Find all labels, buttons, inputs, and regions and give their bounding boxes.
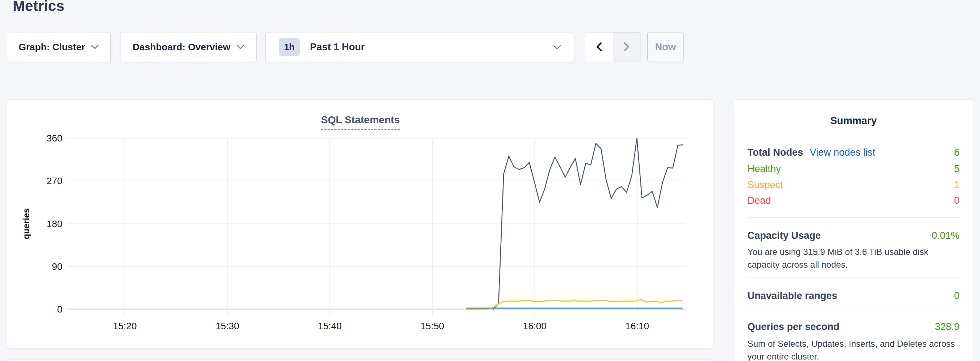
summary-row-unavailable-ranges: Unavailable ranges 0 bbox=[748, 289, 959, 302]
queries-per-second-value: 328.9 bbox=[935, 321, 959, 332]
capacity-usage-value: 0.01% bbox=[931, 230, 959, 241]
dead-label: Dead bbox=[748, 195, 771, 206]
view-nodes-list-link[interactable]: View nodes list bbox=[810, 147, 876, 158]
time-range-badge: 1h bbox=[279, 38, 300, 56]
now-button[interactable]: Now bbox=[648, 32, 684, 62]
total-nodes-label: Total Nodes bbox=[748, 147, 803, 158]
total-nodes-value: 6 bbox=[954, 147, 959, 158]
suspect-label: Suspect bbox=[748, 179, 783, 191]
dead-value: 0 bbox=[954, 195, 959, 206]
time-range-selector[interactable]: 1h Past 1 Hour bbox=[266, 32, 574, 62]
dashboard-dropdown[interactable]: Dashboard: Overview bbox=[120, 32, 257, 62]
svg-text:16:10: 16:10 bbox=[625, 320, 649, 331]
chevron-down-icon bbox=[236, 44, 244, 50]
prev-time-window-button[interactable] bbox=[585, 32, 612, 62]
healthy-label: Healthy bbox=[748, 163, 781, 175]
chevron-down-icon bbox=[91, 44, 99, 50]
summary-row-capacity: Capacity Usage 0.01% bbox=[748, 229, 959, 242]
divider bbox=[748, 217, 959, 218]
svg-text:0: 0 bbox=[57, 304, 62, 315]
svg-text:queries: queries bbox=[21, 208, 31, 239]
unavailable-ranges-value: 0 bbox=[954, 290, 959, 302]
metrics-page: Metrics Graph: Cluster Dashboard: Overvi… bbox=[0, 0, 980, 361]
svg-text:15:20: 15:20 bbox=[113, 320, 137, 331]
summary-panel: Summary Total Nodes View nodes list 6 He… bbox=[734, 99, 973, 361]
svg-text:360: 360 bbox=[47, 133, 62, 144]
time-range-label: Past 1 Hour bbox=[310, 41, 365, 53]
now-button-label: Now bbox=[655, 41, 676, 53]
graph-dropdown-label: Graph: Cluster bbox=[19, 41, 85, 53]
sql-statements-chart[interactable]: 09018027036015:2015:3015:4015:5016:0016:… bbox=[7, 100, 714, 348]
queries-per-second-description: Sum of Selects, Updates, Inserts, and De… bbox=[748, 337, 959, 361]
svg-text:180: 180 bbox=[47, 218, 62, 230]
next-time-window-button[interactable] bbox=[612, 32, 640, 62]
svg-text:15:40: 15:40 bbox=[318, 320, 342, 331]
summary-row-healthy: Healthy 5 bbox=[748, 162, 959, 176]
time-window-arrows bbox=[585, 32, 640, 62]
svg-text:270: 270 bbox=[47, 176, 62, 186]
unavailable-ranges-label: Unavailable ranges bbox=[748, 290, 837, 302]
chevron-right-icon bbox=[623, 42, 630, 52]
dashboard-dropdown-label: Dashboard: Overview bbox=[132, 41, 230, 53]
summary-title: Summary bbox=[734, 115, 973, 127]
summary-row-dead: Dead 0 bbox=[748, 194, 959, 207]
summary-row-queries-per-second: Queries per second 328.9 bbox=[748, 320, 959, 333]
healthy-value: 5 bbox=[954, 163, 959, 175]
suspect-value: 1 bbox=[954, 179, 959, 191]
capacity-usage-description: You are using 315.9 MiB of 3.6 TiB usabl… bbox=[748, 245, 959, 271]
svg-text:16:00: 16:00 bbox=[523, 320, 547, 331]
divider bbox=[748, 310, 959, 310]
page-title: Metrics bbox=[13, 0, 64, 14]
divider bbox=[748, 277, 959, 278]
summary-row-total-nodes: Total Nodes View nodes list 6 bbox=[748, 146, 959, 159]
next-chart-card bbox=[7, 359, 714, 361]
svg-text:15:30: 15:30 bbox=[215, 320, 239, 331]
sql-statements-card: SQL Statements 09018027036015:2015:3015:… bbox=[7, 99, 714, 348]
chevron-down-icon bbox=[553, 45, 561, 51]
queries-per-second-label: Queries per second bbox=[748, 321, 839, 332]
chevron-left-icon bbox=[595, 42, 603, 52]
svg-text:15:50: 15:50 bbox=[420, 320, 444, 331]
svg-text:90: 90 bbox=[52, 261, 62, 272]
graph-dropdown[interactable]: Graph: Cluster bbox=[7, 32, 111, 62]
summary-row-suspect: Suspect 1 bbox=[748, 178, 959, 192]
capacity-usage-label: Capacity Usage bbox=[748, 230, 821, 241]
